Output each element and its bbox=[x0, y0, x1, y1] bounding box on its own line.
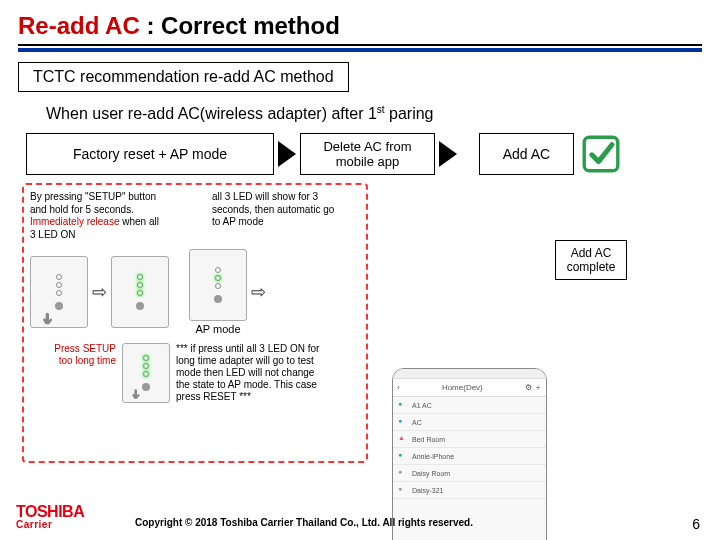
title-rest: Correct method bbox=[161, 12, 340, 39]
title-colon: : bbox=[140, 12, 161, 39]
alert-icon: ▲ bbox=[398, 434, 408, 444]
arrow-out-icon: ⇨ bbox=[251, 281, 266, 303]
device-ap-mode bbox=[189, 249, 247, 321]
subtitle-text: TCTC recommendation re-add AC method bbox=[33, 68, 334, 85]
logo-main: TOSHIBA bbox=[16, 504, 84, 520]
phone-statusbar bbox=[393, 369, 546, 379]
detail-box: By pressing "SETUP" button and hold for … bbox=[22, 183, 368, 463]
hand-icon bbox=[39, 311, 59, 331]
item-label: Daisy-321 bbox=[412, 487, 444, 494]
setup-text-red: Immediately release bbox=[30, 216, 122, 227]
device-before bbox=[30, 256, 88, 328]
page-title: Re-add AC : Correct method bbox=[18, 12, 702, 40]
warning-text: *** if press until all 3 LED ON for long… bbox=[176, 343, 331, 403]
led-instruction: all 3 LED will show for 3 seconds, then … bbox=[212, 191, 342, 241]
steps-row: Factory reset + AP mode Delete AC from m… bbox=[26, 133, 702, 175]
list-item[interactable]: ●A1 AC bbox=[393, 397, 546, 414]
brand-logo: TOSHIBA Carrier bbox=[16, 504, 84, 530]
intro-pre: When user re-add AC(wireless adapter) af… bbox=[46, 105, 377, 122]
arrow-out-icon: ⇨ bbox=[92, 281, 107, 303]
item-label: Annie-iPhone bbox=[412, 453, 454, 460]
led-text: all 3 LED will show for 3 seconds, then … bbox=[212, 191, 334, 227]
list-item[interactable]: ●AC bbox=[393, 414, 546, 431]
status-icon: ● bbox=[398, 400, 408, 410]
item-label: Bed Room bbox=[412, 436, 445, 443]
status-icon: ● bbox=[398, 417, 408, 427]
phone-title: Home(Dev) bbox=[402, 383, 523, 392]
step2-label: Delete AC from mobile app bbox=[311, 139, 424, 169]
device-all-on bbox=[111, 256, 169, 328]
ap-mode-label: AP mode bbox=[189, 323, 247, 335]
list-item[interactable]: ●Annie-iPhone bbox=[393, 448, 546, 465]
page-number: 6 bbox=[692, 516, 700, 532]
status-icon: ● bbox=[398, 468, 408, 478]
device-warning bbox=[122, 343, 170, 403]
status-icon: ● bbox=[398, 485, 408, 495]
arrow-right-icon bbox=[439, 141, 457, 167]
intro-post: paring bbox=[385, 105, 434, 122]
step-factory-reset: Factory reset + AP mode bbox=[26, 133, 274, 175]
intro-text: When user re-add AC(wireless adapter) af… bbox=[46, 104, 702, 123]
step-add-ac: Add AC bbox=[479, 133, 574, 175]
step-delete-ac: Delete AC from mobile app bbox=[300, 133, 435, 175]
step3-label: Add AC bbox=[503, 146, 550, 162]
copyright-text: Copyright © 2018 Toshiba Carrier Thailan… bbox=[135, 517, 473, 528]
add-icon[interactable]: ＋ bbox=[534, 382, 542, 393]
checkmark-icon bbox=[580, 133, 622, 175]
setup-instruction: By pressing "SETUP" button and hold for … bbox=[30, 191, 160, 241]
status-icon: ● bbox=[398, 451, 408, 461]
list-item[interactable]: ●Daisy Room bbox=[393, 465, 546, 482]
item-label: Daisy Room bbox=[412, 470, 450, 477]
hand-icon bbox=[129, 388, 145, 404]
subtitle-box: TCTC recommendation re-add AC method bbox=[18, 62, 349, 92]
phone-mockup: ‹ Home(Dev) ⚙ ＋ ●A1 AC ●AC ▲Bed Room ●An… bbox=[392, 368, 547, 540]
arrow-right-icon bbox=[278, 141, 296, 167]
complete-label: Add AC complete bbox=[567, 246, 616, 274]
step1-label: Factory reset + AP mode bbox=[73, 146, 227, 162]
title-red: Re-add AC bbox=[18, 12, 140, 39]
setup-text-1: By pressing "SETUP" button and hold for … bbox=[30, 191, 156, 215]
intro-sup: st bbox=[377, 104, 385, 115]
logo-sub: Carrier bbox=[16, 520, 84, 530]
rule-thick bbox=[18, 48, 702, 52]
svg-rect-0 bbox=[584, 138, 618, 172]
list-item[interactable]: ▲Bed Room bbox=[393, 431, 546, 448]
rule-thin bbox=[18, 44, 702, 46]
add-complete-box: Add AC complete bbox=[555, 240, 627, 280]
phone-header: ‹ Home(Dev) ⚙ ＋ bbox=[393, 379, 546, 397]
item-label: A1 AC bbox=[412, 402, 432, 409]
warning-label: Press SETUP too long time bbox=[46, 343, 116, 403]
settings-icon[interactable]: ⚙ bbox=[525, 383, 532, 392]
list-item[interactable]: ●Daisy-321 bbox=[393, 482, 546, 499]
item-label: AC bbox=[412, 419, 422, 426]
back-icon[interactable]: ‹ bbox=[397, 383, 400, 392]
